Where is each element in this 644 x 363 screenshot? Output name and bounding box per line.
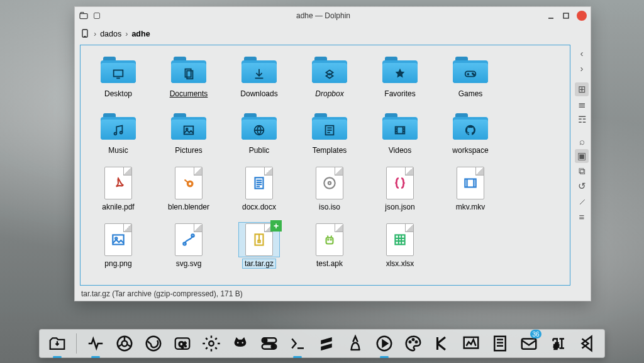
- item-label: aknile.pdf: [100, 203, 136, 211]
- file-item-blen-blender[interactable]: blen.blender: [154, 164, 223, 220]
- badge: 36: [530, 330, 541, 338]
- dock-firefox[interactable]: [143, 332, 164, 355]
- file-icon: [309, 223, 350, 257]
- file-item-mkv-mkv[interactable]: mkv.mkv: [436, 164, 505, 220]
- dock-tux[interactable]: [345, 332, 365, 355]
- dock-vscode[interactable]: [577, 332, 597, 355]
- titlebar[interactable]: adhe — Dolphin: [75, 7, 591, 25]
- file-item-iso-iso[interactable]: iso.iso: [295, 164, 364, 220]
- split-button[interactable]: ⧉: [575, 164, 589, 178]
- file-item-xlsx-xlsx[interactable]: xlsx.xlsx: [365, 220, 435, 277]
- running-indicator: [293, 356, 302, 358]
- status-text: tar.tar.gz (Tar archive (gzip-compressed…: [81, 289, 243, 298]
- file-item-workspace[interactable]: workspace: [436, 107, 505, 164]
- dock-cat[interactable]: [230, 332, 250, 355]
- compact-view-button[interactable]: ≣: [575, 98, 589, 111]
- file-item-dropbox[interactable]: Dropbox: [295, 50, 364, 107]
- file-item-png-png[interactable]: png.png: [84, 220, 153, 277]
- svg-point-14: [474, 74, 475, 75]
- folder-icon: [450, 109, 491, 143]
- dock-terminal[interactable]: [288, 332, 308, 355]
- status-bar: tar.tar.gz (Tar archive (gzip-compressed…: [75, 287, 591, 301]
- item-label: tar.tar.gz: [243, 259, 275, 268]
- window-title: adhe — Dolphin: [105, 11, 541, 20]
- file-item-favorites[interactable]: Favorites: [365, 50, 435, 107]
- file-item-json-json[interactable]: json.json: [365, 164, 435, 220]
- svg-text:Qt: Qt: [179, 340, 187, 348]
- file-item-pictures[interactable]: Pictures: [154, 107, 223, 164]
- search-button[interactable]: ⌕: [575, 134, 589, 148]
- svg-rect-49: [258, 240, 260, 242]
- dock-files[interactable]: [47, 332, 67, 355]
- file-icon: [309, 166, 350, 200]
- svg-rect-0: [80, 14, 87, 19]
- item-label: mkv.mkv: [454, 203, 487, 211]
- svg-point-69: [264, 339, 267, 342]
- file-item-docx-docx[interactable]: docx.docx: [225, 164, 294, 220]
- minimize-button[interactable]: [547, 11, 555, 20]
- file-item-desktop[interactable]: Desktop: [84, 50, 153, 107]
- svg-point-61: [121, 341, 127, 347]
- file-icon: +: [239, 223, 279, 257]
- item-label: iso.iso: [317, 203, 342, 211]
- svg-point-54: [331, 239, 331, 240]
- file-icon: [380, 166, 420, 200]
- forward-button[interactable]: ›: [575, 61, 589, 75]
- svg-rect-55: [395, 235, 404, 244]
- dock-notes[interactable]: [490, 332, 510, 355]
- breadcrumb-current[interactable]: adhe: [131, 30, 150, 38]
- folder-icon: [450, 53, 491, 87]
- breadcrumb-root-icon[interactable]: [80, 28, 90, 40]
- dock-chrome[interactable]: [114, 332, 135, 355]
- breadcrumb-item[interactable]: dados: [100, 30, 121, 38]
- file-icon: [239, 166, 279, 200]
- svg-point-53: [328, 239, 328, 240]
- dock-kate[interactable]: [432, 332, 452, 355]
- file-item-public[interactable]: Public: [225, 107, 294, 164]
- dock-qt[interactable]: Qt: [172, 332, 192, 355]
- icon-view-button[interactable]: ⊞: [575, 82, 589, 96]
- file-item-svg-svg[interactable]: svg.svg: [154, 220, 223, 277]
- back-button[interactable]: ‹: [575, 46, 589, 60]
- item-label: Videos: [387, 146, 413, 155]
- app-icon: [79, 11, 89, 21]
- file-item-music[interactable]: Music: [84, 107, 153, 164]
- file-item-tar-tar-gz[interactable]: +tar.tar.gz: [225, 220, 294, 277]
- dock-sublime[interactable]: [316, 332, 336, 355]
- history-button[interactable]: ↺: [575, 179, 589, 193]
- svg-rect-82: [522, 339, 536, 349]
- file-icon: [169, 166, 209, 200]
- menu-button[interactable]: ≡: [575, 209, 589, 223]
- file-item-downloads[interactable]: Downloads: [225, 50, 294, 107]
- dock-play[interactable]: [374, 332, 394, 355]
- dock-pulse[interactable]: [86, 332, 106, 355]
- hidden-button[interactable]: ⟋: [575, 194, 589, 208]
- svg-point-39: [328, 182, 331, 184]
- file-item-aknile-pdf[interactable]: aknile.pdf: [84, 164, 153, 220]
- item-label: Music: [106, 146, 130, 155]
- item-label: xlsx.xlsx: [384, 259, 416, 268]
- dock-monitor[interactable]: [461, 332, 481, 355]
- file-view[interactable]: DesktopDocumentsDownloadsDropboxFavorite…: [80, 45, 570, 286]
- preview-button[interactable]: ▣: [575, 149, 589, 163]
- pin-icon[interactable]: [94, 13, 100, 19]
- svg-rect-17: [184, 126, 194, 135]
- dock-gear[interactable]: [201, 332, 221, 355]
- close-button[interactable]: [577, 11, 587, 21]
- file-item-documents[interactable]: Documents: [154, 50, 223, 107]
- breadcrumb[interactable]: › dados › adhe: [80, 28, 150, 40]
- dock-palette[interactable]: [403, 332, 423, 355]
- file-item-test-apk[interactable]: test.apk: [295, 220, 364, 277]
- file-item-games[interactable]: Games: [436, 50, 505, 107]
- dock-toggle[interactable]: [259, 332, 279, 355]
- file-item-templates[interactable]: Templates: [295, 107, 364, 164]
- item-label: workspace: [450, 146, 490, 155]
- dock-typografy[interactable]: #: [548, 332, 568, 355]
- svg-point-66: [237, 342, 239, 344]
- maximize-button[interactable]: [562, 11, 570, 20]
- item-label: svg.svg: [174, 259, 204, 268]
- dock-mail[interactable]: 36: [519, 332, 539, 355]
- details-view-button[interactable]: ☶: [575, 113, 589, 126]
- item-label: Games: [457, 89, 485, 98]
- file-item-videos[interactable]: Videos: [365, 107, 435, 164]
